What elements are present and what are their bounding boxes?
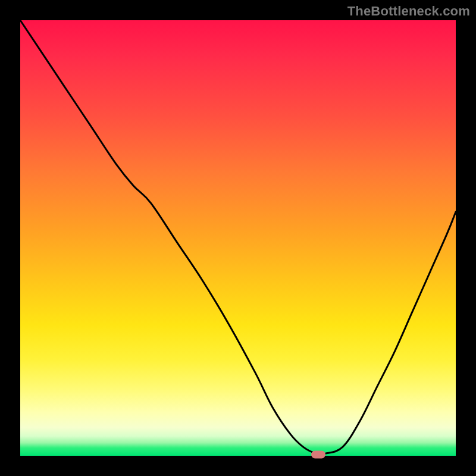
optimal-point-marker [311, 451, 325, 459]
chart-frame: TheBottleneck.com [0, 0, 476, 476]
plot-area [20, 20, 456, 456]
watermark-text: TheBottleneck.com [347, 4, 470, 19]
bottleneck-curve [20, 20, 456, 456]
